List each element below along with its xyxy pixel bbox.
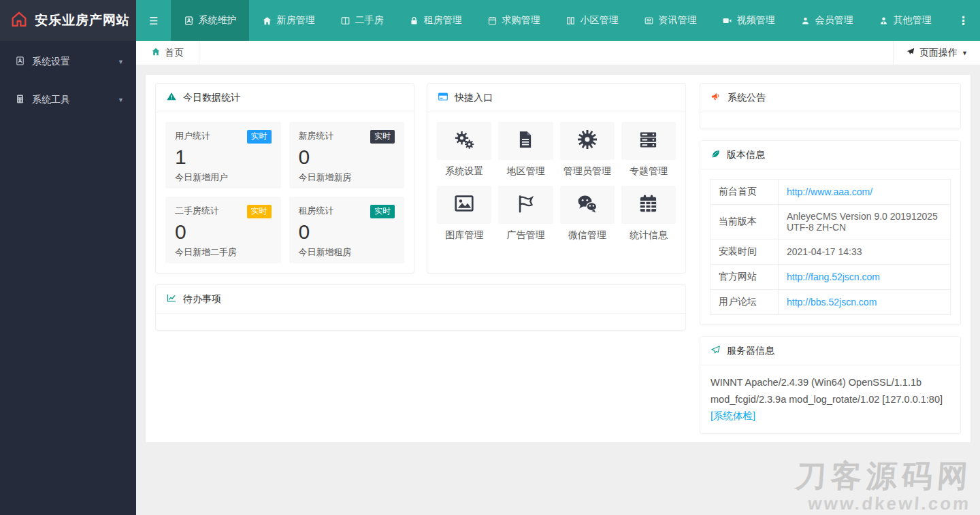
stat-users: 用户统计实时 1 今日新增用户 [165, 122, 281, 188]
realtime-badge: 实时 [247, 205, 272, 218]
table-row: 官方网站 http://fang.52jscn.com [710, 265, 951, 290]
nav-item-second-hand[interactable]: 二手房 [327, 0, 396, 41]
card-today-stats: 今日数据统计 用户统计实时 1 今日新增用户 新房统计实时 0 今日新增新房 [155, 83, 414, 273]
top-nav: ☰ 系统维护 新房管理 二手房 租房管理 求购管理 小区管理 资讯管理 [136, 0, 980, 41]
ellipsis-v-icon: ⋮ [958, 14, 969, 28]
caret-down-icon: ▼ [962, 50, 968, 56]
nav-item-news[interactable]: 资讯管理 [631, 0, 709, 41]
table-row: 前台首页 http://www.aaa.com/ [710, 180, 951, 205]
nav-item-system-maintenance[interactable]: 系统维护 [171, 0, 249, 41]
stat-value: 0 [299, 219, 395, 245]
card-todo: 待办事项 [155, 284, 686, 331]
paper-plane-icon [710, 345, 721, 357]
quick-entry-wechat[interactable]: 微信管理 [560, 186, 615, 242]
cogs-icon [453, 129, 476, 154]
video-icon [722, 16, 732, 26]
table-row: 安装时间 2021-04-17 14:33 [710, 239, 951, 265]
stat-value: 0 [175, 219, 272, 245]
nav-item-other[interactable]: 其他管理 [866, 0, 944, 41]
leaf-icon [710, 149, 721, 161]
app-logo[interactable]: 安乐业房产网站 [0, 0, 136, 41]
address-book-icon [184, 16, 194, 26]
wechat-icon [576, 193, 598, 218]
calculator-icon [15, 94, 25, 106]
card-server-info: 服务器信息 WINNT Apache/2.4.39 (Win64) OpenSS… [700, 336, 961, 434]
sidebar: 系统设置 ▼ 系统工具 ▼ [0, 41, 136, 515]
nav-item-video[interactable]: 视频管理 [709, 0, 787, 41]
quick-entry-ads[interactable]: 广告管理 [498, 186, 553, 242]
nav-item-rental[interactable]: 租房管理 [396, 0, 474, 41]
chart-line-icon [166, 293, 177, 305]
stat-second-hand: 二手房统计实时 0 今日新增二手房 [165, 197, 281, 263]
outdent-icon: ☰ [149, 16, 158, 26]
quick-entry-system-settings[interactable]: 系统设置 [437, 122, 491, 178]
window-icon [438, 91, 448, 104]
columns-icon [566, 16, 576, 26]
stat-value: 0 [299, 144, 395, 170]
address-book-icon [15, 56, 25, 68]
caret-down-icon: ▼ [118, 59, 124, 65]
table-row: 用户论坛 http://bbs.52jscn.com [710, 290, 951, 315]
nav-item-purchase[interactable]: 求购管理 [474, 0, 553, 41]
quick-entry-topics[interactable]: 专题管理 [621, 122, 676, 178]
table-row: 当前版本 AnleyeCMS Version 9.0 201912025 UTF… [710, 205, 951, 239]
stat-rentals: 租房统计实时 0 今日新增租房 [289, 197, 405, 263]
nav-item-new-house[interactable]: 新房管理 [249, 0, 327, 41]
home-icon [151, 47, 161, 59]
server-info-text: WINNT Apache/2.4.39 (Win64) OpenSSL/1.1.… [700, 365, 960, 433]
servers-icon [638, 129, 659, 153]
card-title: 系统公告 [728, 92, 766, 104]
stat-value: 1 [175, 144, 272, 170]
realtime-badge: 实时 [247, 130, 272, 144]
frontend-home-link[interactable]: http://www.aaa.com/ [787, 186, 872, 197]
sidebar-collapse-button[interactable]: ☰ [136, 0, 171, 41]
columns-icon [340, 16, 350, 26]
file-text-icon [515, 129, 536, 152]
nav-item-members[interactable]: 会员管理 [787, 0, 866, 41]
card-title: 服务器信息 [727, 345, 774, 357]
system-check-link[interactable]: [系统体检] [710, 410, 755, 421]
quick-entry-region[interactable]: 地区管理 [498, 122, 553, 178]
home-logo-icon [10, 10, 29, 31]
breadcrumb[interactable]: 首页 [136, 41, 199, 65]
sidebar-item-system-tools[interactable]: 系统工具 ▼ [0, 83, 136, 117]
user-forum-link[interactable]: http://bbs.52jscn.com [787, 297, 877, 308]
newspaper-icon [644, 16, 654, 26]
nav-more-button[interactable]: ⋮ [947, 0, 980, 41]
realtime-badge: 实时 [370, 130, 395, 144]
announcement-empty-body [700, 112, 960, 129]
install-time-value: 2021-04-17 14:33 [779, 239, 951, 265]
gear-icon [576, 129, 598, 153]
sidebar-item-system-settings[interactable]: 系统设置 ▼ [0, 45, 136, 79]
user-tie-icon [879, 16, 889, 26]
content: 今日数据统计 用户统计实时 1 今日新增用户 新房统计实时 0 今日新增新房 [146, 75, 970, 442]
card-title: 快捷入口 [455, 92, 493, 104]
current-version-value: AnleyeCMS Version 9.0 201912025 UTF-8 ZH… [779, 205, 951, 239]
card-title: 今日数据统计 [183, 92, 240, 104]
page-action-button[interactable]: 页面操作 ▼ [893, 41, 980, 65]
version-table: 前台首页 http://www.aaa.com/ 当前版本 AnleyeCMS … [710, 179, 951, 315]
app-title: 安乐业房产网站 [35, 12, 130, 29]
flag-icon [515, 193, 536, 217]
card-announcement: 系统公告 [700, 83, 961, 129]
image-icon [453, 193, 475, 217]
main-area: 首页 页面操作 ▼ 今日数据统计 用户统计实时 1 [136, 41, 980, 515]
calendar-alt-icon [638, 193, 659, 217]
stat-new-houses: 新房统计实时 0 今日新增新房 [289, 122, 405, 188]
card-title: 待办事项 [183, 293, 221, 305]
quick-entry-statistics[interactable]: 统计信息 [621, 186, 676, 242]
official-site-link[interactable]: http://fang.52jscn.com [787, 271, 880, 282]
breadcrumb-bar: 首页 页面操作 ▼ [136, 41, 980, 65]
nav-item-community[interactable]: 小区管理 [553, 0, 631, 41]
lock-icon [409, 16, 419, 26]
quick-entry-gallery[interactable]: 图库管理 [437, 186, 491, 242]
bullhorn-icon [710, 91, 721, 104]
card-quick-entry: 快捷入口 系统设置 地区管理 管理员管理 [427, 83, 686, 273]
todo-empty-body [156, 314, 685, 330]
caret-down-icon: ▼ [118, 97, 124, 103]
quick-entry-admins[interactable]: 管理员管理 [560, 122, 615, 178]
card-title: 版本信息 [727, 149, 765, 161]
paper-plane-icon [906, 47, 915, 59]
warning-triangle-icon [166, 91, 177, 104]
top-header: 安乐业房产网站 ☰ 系统维护 新房管理 二手房 租房管理 求购管理 小区管理 [0, 0, 980, 41]
